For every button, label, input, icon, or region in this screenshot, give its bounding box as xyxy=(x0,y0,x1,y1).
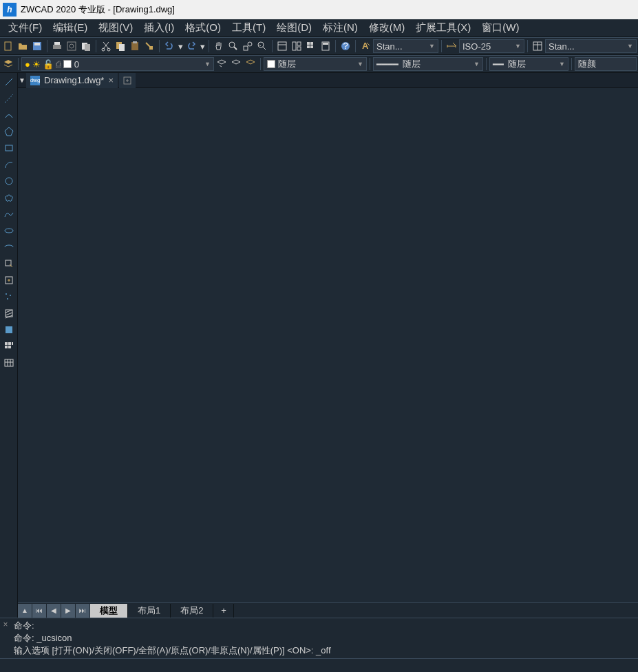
polyline-icon[interactable] xyxy=(1,107,17,123)
plotstyle-dropdown[interactable]: 随颜 xyxy=(575,57,637,71)
text-style-dropdown[interactable]: Stan...▼ xyxy=(373,39,438,53)
preview-icon[interactable] xyxy=(65,39,78,53)
layer-state-icon[interactable] xyxy=(229,57,243,71)
new-icon[interactable] xyxy=(1,39,15,53)
table-icon[interactable] xyxy=(1,355,17,370)
command-input[interactable] xyxy=(0,658,638,672)
tabs-last-icon[interactable]: ⏭ xyxy=(76,604,89,618)
calc-icon[interactable] xyxy=(319,39,332,53)
ellipse-arc-icon[interactable] xyxy=(1,240,17,255)
polygon-icon[interactable] xyxy=(1,124,17,139)
tabs-minimize-icon[interactable]: ▲ xyxy=(18,604,32,618)
help-icon[interactable]: ? xyxy=(339,39,352,53)
revcloud-icon[interactable] xyxy=(1,190,17,205)
file-tab[interactable]: dwg Drawing1.dwg* × xyxy=(26,73,118,88)
layer-dropdown[interactable]: ● ☀ 🔓 ⎙ 0 ▼ xyxy=(21,57,214,71)
tabs-next-icon[interactable]: ▶ xyxy=(61,604,75,618)
copy-icon[interactable] xyxy=(114,39,127,53)
svg-text:?: ? xyxy=(343,41,348,51)
tab-model[interactable]: 模型 xyxy=(90,604,128,618)
properties-icon[interactable] xyxy=(275,39,289,53)
menu-view[interactable]: 视图(V) xyxy=(93,20,138,36)
redo-icon[interactable] xyxy=(184,39,198,53)
paste-icon[interactable] xyxy=(128,39,142,53)
tabs-prev-icon[interactable]: ◀ xyxy=(47,604,61,618)
spline-icon[interactable] xyxy=(1,207,17,222)
svg-point-41 xyxy=(6,178,12,185)
svg-rect-4 xyxy=(54,42,60,45)
make-block-icon[interactable] xyxy=(1,273,17,288)
pan-icon[interactable] xyxy=(212,39,226,53)
dim-style-dropdown[interactable]: ISO-25▼ xyxy=(459,39,524,53)
rectangle-icon[interactable] xyxy=(1,140,17,156)
tabs-chevron-icon[interactable]: ▼ xyxy=(18,76,26,84)
svg-point-42 xyxy=(5,229,13,233)
svg-point-19 xyxy=(258,42,264,48)
layer-freeze-icon: ☀ xyxy=(32,59,41,70)
gradient-icon[interactable] xyxy=(1,322,17,337)
tool-palette-icon[interactable] xyxy=(304,39,318,53)
close-tab-icon[interactable]: × xyxy=(108,75,114,85)
drawing-canvas[interactable] xyxy=(18,88,638,602)
svg-point-46 xyxy=(10,295,11,296)
dim-style-icon[interactable] xyxy=(445,39,458,53)
point-icon[interactable] xyxy=(1,289,17,304)
redo-dropdown[interactable]: ▾ xyxy=(199,39,206,53)
construction-line-icon[interactable] xyxy=(1,91,17,106)
layer-prev-icon[interactable] xyxy=(215,57,228,71)
title-bar: h ZWCAD 2020 专业版 - [Drawing1.dwg] xyxy=(0,0,638,19)
linetype-dropdown[interactable]: ━━━━ 随层▼ xyxy=(373,57,483,71)
arc-icon[interactable] xyxy=(1,157,17,172)
design-center-icon[interactable] xyxy=(290,39,304,53)
undo-icon[interactable] xyxy=(162,39,176,53)
zoom-icon[interactable] xyxy=(226,39,240,53)
menu-format[interactable]: 格式(O) xyxy=(180,20,226,36)
tab-add-layout[interactable]: + xyxy=(213,604,234,618)
table-style-icon[interactable] xyxy=(531,39,544,53)
table-style-dropdown[interactable]: Stan...▼ xyxy=(545,39,637,53)
open-icon[interactable] xyxy=(16,39,30,53)
layer-manager-icon[interactable] xyxy=(1,57,15,71)
publish-icon[interactable] xyxy=(79,39,93,53)
menu-edit[interactable]: 编辑(E) xyxy=(47,20,93,36)
text-style-icon[interactable]: A xyxy=(359,39,372,53)
region-icon[interactable] xyxy=(1,339,17,354)
add-tab-button[interactable] xyxy=(119,73,136,88)
svg-rect-25 xyxy=(307,42,310,45)
zoom-window-icon[interactable] xyxy=(241,39,255,53)
svg-rect-26 xyxy=(310,42,313,45)
tab-layout1[interactable]: 布局1 xyxy=(128,604,171,618)
dwg-icon: dwg xyxy=(30,76,40,85)
svg-text:A: A xyxy=(362,41,369,51)
svg-marker-39 xyxy=(5,127,13,136)
match-icon[interactable] xyxy=(142,39,156,53)
color-dropdown[interactable]: 随层▼ xyxy=(264,57,367,71)
tab-layout2[interactable]: 布局2 xyxy=(171,604,213,618)
close-cmd-icon[interactable]: × xyxy=(0,618,11,658)
menu-draw[interactable]: 绘图(D) xyxy=(271,20,317,36)
cut-icon[interactable] xyxy=(99,39,113,53)
ellipse-icon[interactable] xyxy=(1,223,17,238)
menu-file[interactable]: 文件(F) xyxy=(3,20,47,36)
menu-modify[interactable]: 修改(M) xyxy=(363,20,411,36)
menu-ext[interactable]: 扩展工具(X) xyxy=(410,20,476,36)
layer-iso-icon[interactable] xyxy=(244,57,257,71)
menu-window[interactable]: 窗口(W) xyxy=(476,20,524,36)
lineweight-dropdown[interactable]: ━━ 随层▼ xyxy=(489,57,568,71)
tabs-first-icon[interactable]: ⏮ xyxy=(32,604,46,618)
hatch-icon[interactable] xyxy=(1,306,17,321)
undo-dropdown[interactable]: ▾ xyxy=(177,39,184,53)
circle-icon[interactable] xyxy=(1,174,17,189)
menu-insert[interactable]: 插入(I) xyxy=(138,20,180,36)
line-icon[interactable] xyxy=(1,74,17,90)
svg-rect-51 xyxy=(8,342,11,345)
menu-tools[interactable]: 工具(T) xyxy=(226,20,271,36)
save-icon[interactable] xyxy=(30,39,44,53)
svg-rect-28 xyxy=(310,45,313,48)
insert-block-icon[interactable] xyxy=(1,256,17,271)
svg-point-18 xyxy=(248,42,252,46)
print-icon[interactable] xyxy=(50,39,64,53)
svg-rect-27 xyxy=(307,45,310,48)
menu-dim[interactable]: 标注(N) xyxy=(317,20,363,36)
zoom-prev-icon[interactable] xyxy=(255,39,269,53)
